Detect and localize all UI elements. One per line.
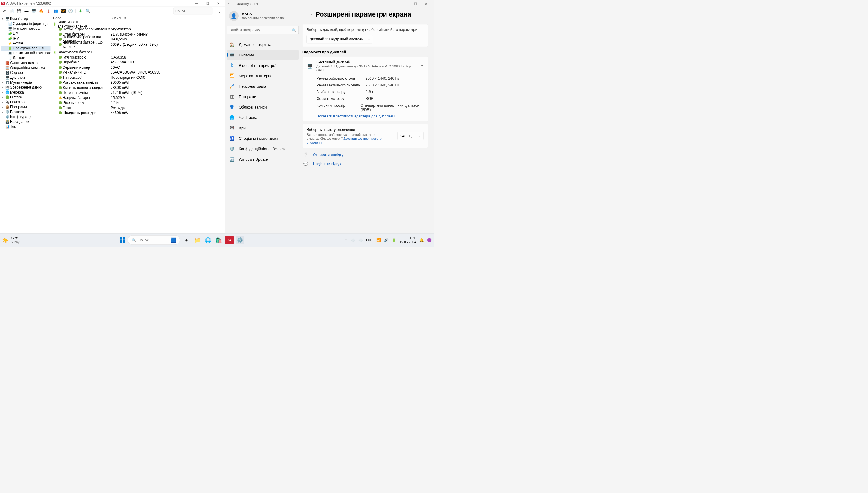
tree-item[interactable]: ▸📦Програми	[1, 105, 50, 109]
tree-item[interactable]: ⚡Розгін	[1, 41, 50, 46]
monitor-icon[interactable]: 🖥️	[31, 8, 36, 14]
maximize-button[interactable]: ☐	[205, 1, 210, 5]
clock[interactable]: 11:30 15.05.2024	[399, 236, 416, 244]
search-icon[interactable]: 🔍	[86, 8, 90, 14]
tree-item[interactable]: ▸🗃️База даних	[1, 119, 50, 124]
aida64-taskbar-icon[interactable]: 64	[225, 236, 233, 244]
weather-widget[interactable]: ☀️ 12°C Sunny	[2, 236, 19, 244]
settings-search[interactable]: 🔍	[227, 26, 298, 34]
task-view-icon[interactable]: ⊞	[182, 236, 191, 244]
tree-item[interactable]: ▸🌐Мережа	[1, 90, 50, 95]
store-icon[interactable]: 🛍️	[214, 236, 223, 244]
tree-item[interactable]: 🧩IPMI	[1, 36, 50, 41]
tree-item[interactable]: ▸💾Збереження даних	[1, 85, 50, 90]
onedrive-icon[interactable]: ☁️	[351, 238, 355, 242]
more-icon[interactable]: ⋮	[216, 9, 223, 13]
collapse-button[interactable]: ⌃	[421, 64, 424, 68]
refresh-icon[interactable]: ⟳	[2, 8, 7, 14]
aida-tree[interactable]: ▾ 🖥️ Комп'ютер 📄Сумарна інформація🖥️Ім'я…	[0, 15, 51, 233]
detail-row[interactable]: 🟢Унікальний ID36ACAS3GWAF3KCGA50358	[51, 70, 225, 75]
detail-row[interactable]: ⚠️Напруга батареї15.629 V	[51, 95, 225, 100]
send-feedback-link[interactable]: 💬 Надіслати відгук	[302, 159, 428, 169]
detail-row[interactable]: 🟢Поточне джерело живленняАкумулятор	[51, 27, 225, 32]
detail-row[interactable]: 🟢Час роботи батареї, що залиши...6639 с …	[51, 42, 225, 47]
breadcrumb-more[interactable]: ⋯	[302, 12, 307, 17]
minimize-button[interactable]: —	[195, 1, 199, 5]
weather-tray-icon[interactable]: ☁️	[358, 238, 363, 242]
battery-icon[interactable]: 🔋	[392, 238, 396, 242]
settings-taskbar-icon[interactable]: ⚙️	[236, 236, 244, 244]
tree-item[interactable]: ▸📊Тест	[1, 124, 50, 129]
tree-item[interactable]: ▸🎵Мультимедіа	[1, 80, 50, 85]
nav-item[interactable]: ▦Програми	[227, 91, 298, 102]
report-icon[interactable]: 📄	[9, 8, 14, 14]
detail-row[interactable]: 🟢Тип батареїПерезарядний OOI0	[51, 75, 225, 80]
wifi-icon[interactable]: 📶	[376, 238, 381, 242]
tree-item[interactable]: ▸🧱Системна плата	[1, 60, 50, 65]
detail-row[interactable]: 🟢Рівень зносу12 %	[51, 100, 225, 105]
temp-icon[interactable]: 🌡️	[46, 8, 51, 14]
tree-item[interactable]: 🖥️Ім'я комп'ютера	[1, 26, 50, 31]
hardware-icon[interactable]: 💾	[17, 8, 21, 14]
osd-icon[interactable]: OSD	[61, 8, 66, 14]
display-dropdown[interactable]: Дисплей 1: Внутрішній дисплей ⌄	[307, 35, 373, 43]
nav-item[interactable]: 🔄Windows Update	[227, 154, 298, 164]
edge-icon[interactable]: 🌐	[203, 236, 212, 244]
tray-chevron-icon[interactable]: ⌃	[344, 238, 348, 242]
tree-item[interactable]: 🧩DMI	[1, 31, 50, 36]
nav-item[interactable]: 🎮Ігри	[227, 123, 298, 133]
minimize-button[interactable]: —	[402, 2, 407, 6]
tree-item[interactable]: 🌡️Датчик	[1, 56, 50, 60]
copilot-tray-icon[interactable]: 🟣	[427, 238, 431, 242]
tree-item[interactable]: 💻Портативний комп'ютер	[1, 50, 50, 56]
start-button[interactable]	[119, 237, 126, 243]
users-icon[interactable]: 👥	[53, 8, 58, 14]
user-block[interactable]: 👤 ASUS Локальний обліковий запис	[227, 7, 298, 26]
close-button[interactable]: ✕	[216, 1, 221, 5]
volume-icon[interactable]: 🔊	[384, 238, 388, 242]
search-input[interactable]	[174, 8, 213, 15]
detail-row[interactable]: 🟢ВиробникAS3GWAF3KC	[51, 60, 225, 65]
taskbar-search[interactable]: 🔍 Пошук 🟦	[128, 235, 180, 245]
tree-item[interactable]: ▸⚙️Конфігурація	[1, 114, 50, 119]
nav-item[interactable]: ♿Спеціальні можливості	[227, 133, 298, 144]
detail-row[interactable]: 🟢Ємність повної зарядки78808 mWh	[51, 85, 225, 90]
clock-icon[interactable]: 🕓	[68, 8, 73, 14]
nav-item[interactable]: 🛡️Конфіденційність і безпека	[227, 144, 298, 154]
tree-item[interactable]: 🔋Електроживлення	[1, 46, 50, 50]
refresh-dropdown[interactable]: 240 Гц ⌄	[398, 132, 424, 140]
nav-item[interactable]: 🏠Домашня сторінка	[227, 39, 298, 50]
nav-item[interactable]: 🌐Час і мова	[227, 112, 298, 123]
settings-search-input[interactable]	[230, 26, 289, 34]
detail-row[interactable]: 🟢Розрахована ємність90005 mWh	[51, 80, 225, 85]
detail-row[interactable]: 🟢Ім'я пристроюGA50358	[51, 55, 225, 60]
tree-item[interactable]: ▸🛡️Безпека	[1, 109, 50, 114]
maximize-button[interactable]: ☐	[413, 2, 418, 6]
adapter-properties-link[interactable]: Показати властивості адаптера для диспле…	[307, 114, 396, 119]
nav-item[interactable]: 🖌️Персоналізація	[227, 81, 298, 91]
memory-icon[interactable]: ▬	[24, 8, 29, 14]
tree-item[interactable]: ▸🗄️Сервер	[1, 70, 50, 75]
language-indicator[interactable]: ENG	[366, 238, 373, 242]
close-button[interactable]: ✕	[424, 2, 428, 6]
tree-computer[interactable]: ▾ 🖥️ Комп'ютер	[1, 16, 50, 21]
detail-row[interactable]: 🟢Серійний номер36AC	[51, 65, 225, 70]
nav-item[interactable]: ᛒBluetooth та пристрої	[227, 60, 298, 70]
nav-item[interactable]: 📶Мережа та Інтернет	[227, 70, 298, 81]
nav-item[interactable]: 👤Облікові записи	[227, 102, 298, 112]
notifications-icon[interactable]: 🔔	[419, 238, 424, 242]
nav-item[interactable]: 💻Система	[227, 50, 298, 60]
download-icon[interactable]: ⬇	[78, 8, 83, 14]
detail-row[interactable]: 🟢Поточна ємність71716 mWh (91 %)	[51, 90, 225, 95]
tree-item[interactable]: 📄Сумарна інформація	[1, 21, 50, 26]
explorer-icon[interactable]: 📁	[193, 236, 201, 244]
tree-item[interactable]: ▸🔌Пристрої	[1, 100, 50, 105]
tree-item[interactable]: ▸🟢DirectX	[1, 95, 50, 100]
tree-item[interactable]: ▸🪟Операційна система	[1, 65, 50, 70]
detail-row[interactable]: 🟢СтанРозрядка	[51, 105, 225, 110]
get-help-link[interactable]: ❔ Отримати довідку	[302, 150, 428, 159]
detail-row[interactable]: 🟢Швидкість розрядки44598 mW	[51, 110, 225, 115]
bench-icon[interactable]: 🔥	[39, 8, 44, 14]
back-button[interactable]: ←	[227, 2, 231, 6]
tree-item[interactable]: ▸🖥️Дисплей	[1, 75, 50, 80]
